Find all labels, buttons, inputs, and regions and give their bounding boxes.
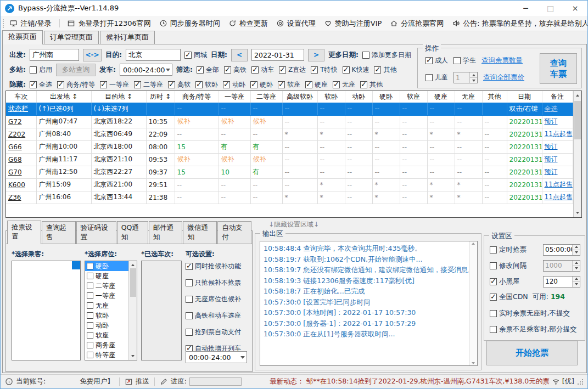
stepper-arrows[interactable] (469, 72, 477, 83)
remark-link[interactable]: 11点起售 (542, 128, 573, 140)
column-header[interactable]: 备注 (542, 91, 573, 103)
train-number-link[interactable]: Z202 (6, 128, 36, 140)
table-row[interactable]: G70广州南12:50北京西22:2709:371510有-----------… (6, 166, 573, 178)
passenger-list-scroll-thumb[interactable] (72, 261, 80, 269)
settings-tab[interactable]: 邮件通知 (149, 221, 183, 244)
grab-time-range-select[interactable]: 00:00-24:00 (186, 351, 247, 363)
multi-station-enable-checkbox[interactable]: 启用 (30, 65, 52, 75)
seat-option[interactable]: 硬卧 (85, 261, 128, 271)
hide-checkbox[interactable]: 动卧 (223, 80, 245, 89)
scroll-up-icon[interactable] (472, 243, 475, 245)
table-row[interactable]: Z202广州08:40北京西06:4922:09------**--*--**-… (6, 128, 573, 140)
output-log[interactable]: 10:58:48:4 查询完毕，本次查询共用时:435毫秒。10:58:19:7… (260, 241, 478, 366)
column-header[interactable]: 历时 ↕ (146, 91, 175, 103)
hide-checkbox[interactable]: 无座 (333, 80, 355, 89)
passenger-list[interactable] (12, 261, 81, 360)
config-extra-checkbox[interactable]: 实时余票无座时,不提交 (490, 309, 570, 318)
seat-option[interactable]: 二等座 (85, 281, 128, 291)
hide-checkbox[interactable]: 其他 (360, 80, 383, 89)
scroll-up-icon[interactable] (574, 91, 582, 100)
remark-link[interactable]: 预订 (542, 166, 573, 178)
resize-grip[interactable] (578, 379, 583, 385)
seat-option[interactable]: 无座 (85, 301, 128, 311)
stepper-arrows[interactable] (572, 245, 580, 255)
train-number-link[interactable]: Z36 (6, 191, 36, 204)
hide-checkbox[interactable]: 高软 (168, 80, 191, 89)
table-row[interactable]: Z36广州16:06北京西13:4421:38------**--*--**--… (6, 191, 573, 204)
seat-list-scrollbar[interactable] (128, 261, 137, 360)
table-scrollbar[interactable] (573, 91, 582, 217)
hide-checkbox[interactable]: 硬卧 (250, 80, 273, 89)
hide-checkbox[interactable]: 硬座 (305, 80, 328, 89)
depart-time-select[interactable]: 00:00-24:00 (120, 64, 172, 76)
select-all-link[interactable]: 全选 (542, 103, 573, 115)
table-row[interactable]: G66广州南10:00北京西18:0008:0015有有------------… (6, 140, 573, 153)
column-header[interactable]: 动卧 (345, 91, 372, 103)
stepper-arrows[interactable] (572, 277, 580, 287)
settings-tab[interactable]: 查询起售 (42, 221, 76, 244)
output-scrollbar[interactable] (469, 241, 477, 365)
child-checkbox[interactable]: 儿童 (425, 73, 448, 82)
train-number-link[interactable]: G66 (6, 140, 36, 153)
remark-link[interactable]: 预订 (542, 115, 573, 128)
settings-tab[interactable]: 自动支付 (217, 221, 251, 244)
config-stepper[interactable]: 05:00:00 (543, 244, 580, 256)
push-label[interactable]: 推送 (136, 377, 149, 386)
column-header[interactable]: 软座 (400, 91, 427, 103)
remark-link[interactable]: 预订 (542, 153, 573, 166)
hide-checkbox[interactable]: 一等座 (100, 80, 129, 89)
filter-checkbox[interactable]: Z直达 (279, 65, 306, 75)
config-checkbox[interactable]: 定时抢票 (490, 245, 527, 255)
column-header[interactable]: 目的地 ↕ (91, 91, 146, 103)
column-header[interactable]: 一等座 (219, 91, 250, 103)
filter-checkbox[interactable]: T特快 (311, 65, 337, 75)
config-checkbox[interactable]: 小黑屋 (490, 277, 520, 286)
filter-checkbox[interactable]: K快速 (343, 65, 369, 75)
seat-option[interactable]: 特等座 (85, 350, 128, 360)
add-more-dates-checkbox[interactable]: 添加更多日期 (362, 50, 411, 60)
same-city-checkbox[interactable]: 同城 (184, 50, 207, 60)
seat-list[interactable]: 硬卧硬座二等座一等座无座软卧动卧软座商务座特等座 (85, 261, 137, 360)
minimize-button[interactable]: ─ (513, 1, 538, 16)
remark-link[interactable]: 11点起售 (542, 178, 573, 191)
toolbar-item[interactable]: 设置代理 (276, 19, 316, 29)
hide-checkbox[interactable]: 软座 (278, 80, 300, 89)
train-number-link[interactable]: G68 (6, 153, 36, 166)
student-checkbox[interactable]: 学生 (453, 56, 476, 65)
column-header[interactable]: 无座 (455, 91, 482, 103)
grab-option-checkbox[interactable]: 同时抢候补功能 (186, 262, 250, 271)
settings-tab[interactable]: 抢票设置 (7, 221, 41, 244)
settings-tab[interactable]: 验证码设置 (76, 221, 116, 244)
date-input[interactable]: 2022-01-31 (251, 49, 304, 61)
column-header[interactable]: 二等座 (250, 91, 282, 103)
column-header[interactable]: 硬座 (427, 91, 455, 103)
query-seat-count-link[interactable]: 查询余票数量 (481, 56, 523, 65)
query-ticket-button[interactable]: 查询 车票 (540, 53, 577, 84)
tab-grab-page[interactable]: 抢票页面 (2, 30, 43, 44)
toolbar-item[interactable]: 赞助与注册VIP (324, 19, 382, 29)
adult-checkbox[interactable]: 成人 (425, 56, 448, 65)
scroll-down-icon[interactable] (574, 208, 582, 217)
config-stepper[interactable]: 1000 (543, 260, 580, 272)
grab-option-checkbox[interactable]: 抢到票自动支付 (186, 328, 250, 337)
table-row[interactable]: G72广州南07:47北京西18:2210:35候补候补候补----------… (6, 115, 573, 128)
settings-tab[interactable]: QQ通知 (117, 221, 148, 244)
filter-checkbox[interactable]: 动车 (251, 65, 274, 75)
close-button[interactable]: × (563, 1, 587, 16)
hide-checkbox[interactable]: 全选 (30, 80, 52, 89)
column-header[interactable]: 日期 (507, 91, 542, 103)
table-status-row[interactable]: 状态栏(↑)已选0列(↓)未选7列--------------------双击/… (6, 103, 573, 115)
column-header[interactable]: 商务/特等 (175, 91, 219, 103)
dest-input[interactable]: 北京 (126, 49, 181, 61)
settings-tab[interactable]: 微信通知 (183, 221, 217, 244)
seat-option[interactable]: 硬座 (85, 271, 128, 281)
tab-waitlist-order-page[interactable]: 候补订单页面 (100, 31, 155, 44)
cdn-checkbox[interactable]: 全国CDN (490, 292, 528, 302)
table-row[interactable]: G68广州南11:17北京西21:1009:53候补候补候补----------… (6, 153, 573, 166)
filter-checkbox[interactable]: 全部 (197, 65, 219, 75)
column-header[interactable]: 硬卧 (372, 91, 400, 103)
train-number-link[interactable]: K600 (6, 178, 36, 191)
config-extra-checkbox[interactable]: 余票不足乘客时,部分提交 (490, 325, 576, 334)
seat-option[interactable]: 一等座 (85, 291, 128, 301)
column-header[interactable]: 其他 (482, 91, 507, 103)
